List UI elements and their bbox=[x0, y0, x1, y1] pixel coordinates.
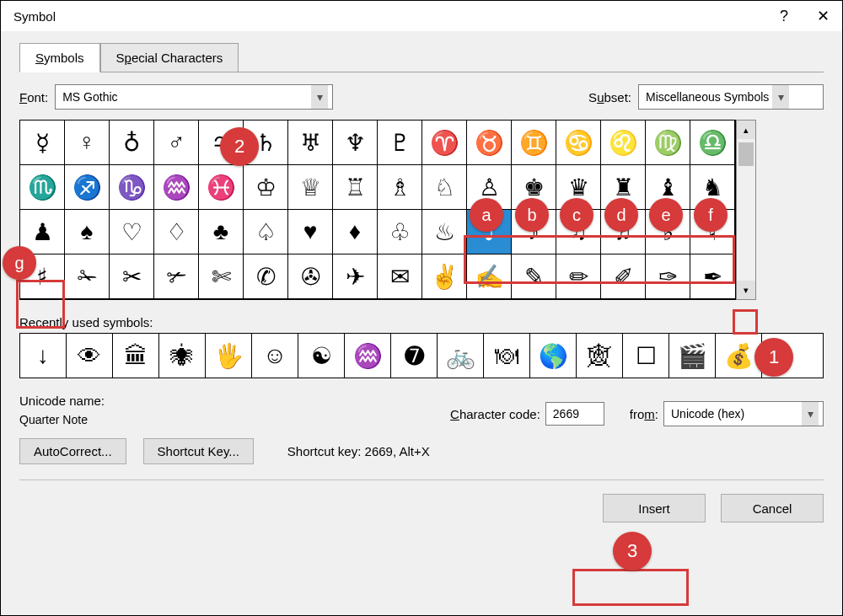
symbol-cell[interactable]: ♓ bbox=[199, 165, 244, 210]
symbol-cell[interactable]: ✉ bbox=[378, 254, 422, 299]
callout-d: d bbox=[604, 198, 638, 232]
symbol-cell[interactable]: ♡ bbox=[110, 210, 154, 254]
symbol-cell[interactable]: ♧ bbox=[378, 210, 422, 254]
symbol-cell[interactable]: ✏ bbox=[556, 254, 601, 299]
font-select[interactable]: MS Gothic ▾ bbox=[55, 84, 333, 110]
callout-2: 2 bbox=[220, 127, 259, 166]
symbol-cell[interactable]: ✍ bbox=[467, 254, 512, 299]
recent-symbol-cell[interactable]: ☐ bbox=[623, 334, 669, 378]
annotation-box-insert bbox=[572, 569, 689, 606]
tab-special-characters[interactable]: Special Characters bbox=[100, 43, 239, 72]
symbol-cell[interactable]: ♢ bbox=[154, 210, 199, 254]
recent-symbol-cell[interactable]: 🎬 bbox=[669, 334, 716, 378]
recent-symbol-cell[interactable]: 🖐 bbox=[206, 334, 252, 378]
symbol-cell[interactable]: ♉ bbox=[467, 121, 512, 165]
dialog-buttons: Insert Cancel bbox=[19, 479, 824, 522]
symbol-cell[interactable]: ✐ bbox=[601, 254, 646, 299]
scroll-down-button[interactable]: ▾ bbox=[737, 281, 755, 299]
from-select[interactable]: Unicode (hex) ▾ bbox=[663, 401, 824, 426]
callout-f: f bbox=[694, 198, 728, 232]
scroll-track[interactable] bbox=[737, 139, 755, 281]
symbol-cell[interactable]: ♠ bbox=[65, 210, 110, 254]
symbol-cell[interactable]: ♈ bbox=[422, 121, 467, 165]
symbol-cell[interactable]: ♎ bbox=[690, 121, 735, 165]
symbol-cell[interactable]: ✑ bbox=[646, 254, 690, 299]
symbol-cell[interactable]: ♖ bbox=[333, 165, 378, 210]
recent-symbol-cell[interactable]: 🕷 bbox=[159, 334, 206, 378]
close-button[interactable]: ✕ bbox=[803, 1, 842, 31]
chevron-down-icon: ▾ bbox=[802, 402, 819, 426]
symbol-cell[interactable]: ✄ bbox=[199, 254, 244, 299]
tab-symbols[interactable]: Symbols bbox=[19, 43, 100, 72]
dialog-title: Symbol bbox=[13, 9, 765, 24]
symbol-cell[interactable]: ♊ bbox=[512, 121, 556, 165]
scroll-thumb[interactable] bbox=[738, 142, 754, 166]
symbol-cell[interactable]: ✎ bbox=[512, 254, 556, 299]
symbol-cell[interactable]: ♦ bbox=[333, 210, 378, 254]
callout-b: b bbox=[515, 198, 549, 232]
symbol-cell[interactable]: ♁ bbox=[110, 121, 154, 165]
symbol-cell[interactable]: ✂ bbox=[110, 254, 154, 299]
symbol-cell[interactable]: ✌ bbox=[422, 254, 467, 299]
font-subset-row: Font: MS Gothic ▾ Subset: Miscellaneous … bbox=[19, 84, 824, 110]
symbol-cell[interactable]: ✃ bbox=[154, 254, 199, 299]
symbol-cell[interactable]: ✆ bbox=[244, 254, 288, 299]
symbol-cell[interactable]: ♏ bbox=[20, 165, 65, 210]
unicode-name-label: Unicode name: bbox=[19, 394, 105, 408]
recent-label: Recently used symbols: bbox=[19, 315, 824, 329]
recent-symbol-cell[interactable]: 🏛 bbox=[113, 334, 159, 378]
callout-g: g bbox=[3, 246, 36, 280]
callout-a: a bbox=[470, 198, 503, 232]
symbol-cell[interactable]: ♨ bbox=[422, 210, 467, 254]
symbol-cell[interactable]: ♑ bbox=[110, 165, 154, 210]
symbol-cell[interactable]: ♅ bbox=[288, 121, 333, 165]
symbol-cell[interactable]: ☿ bbox=[20, 121, 65, 165]
recent-symbol-cell[interactable]: 🕸 bbox=[577, 334, 623, 378]
symbol-cell[interactable]: ♘ bbox=[422, 165, 467, 210]
font-label: Font: bbox=[19, 90, 48, 104]
recent-symbol-cell[interactable]: 🍽 bbox=[484, 334, 530, 378]
symbol-cell[interactable]: ♒ bbox=[154, 165, 199, 210]
symbol-cell[interactable]: ♋ bbox=[556, 121, 601, 165]
symbol-cell[interactable]: ♆ bbox=[333, 121, 378, 165]
symbol-cell[interactable]: ♇ bbox=[378, 121, 422, 165]
autocorrect-button[interactable]: AutoCorrect... bbox=[19, 438, 126, 464]
symbol-cell[interactable]: ✁ bbox=[65, 254, 110, 299]
symbol-cell[interactable]: ♕ bbox=[288, 165, 333, 210]
from-select-value: Unicode (hex) bbox=[671, 407, 744, 420]
symbol-cell[interactable]: ✈ bbox=[333, 254, 378, 299]
symbol-cell[interactable]: ✇ bbox=[288, 254, 333, 299]
subset-select[interactable]: Miscellaneous Symbols ▾ bbox=[638, 84, 824, 110]
symbol-cell[interactable]: ♍ bbox=[646, 121, 690, 165]
recent-symbol-cell[interactable]: ☯ bbox=[298, 334, 345, 378]
char-code-label: Character code: bbox=[450, 407, 540, 421]
recent-symbol-cell[interactable]: ☺ bbox=[252, 334, 298, 378]
recent-symbol-cell[interactable]: 👁 bbox=[67, 334, 113, 378]
chevron-down-icon: ▾ bbox=[772, 85, 789, 109]
callout-3: 3 bbox=[613, 532, 652, 570]
titlebar: Symbol ? ✕ bbox=[1, 1, 842, 31]
recent-symbol-cell[interactable]: 🚲 bbox=[438, 334, 484, 378]
close-icon: ✕ bbox=[817, 7, 830, 25]
symbol-cell[interactable]: ♐ bbox=[65, 165, 110, 210]
help-button[interactable]: ? bbox=[765, 1, 803, 31]
symbol-cell[interactable]: ♣ bbox=[199, 210, 244, 254]
symbol-cell[interactable]: ♗ bbox=[378, 165, 422, 210]
cancel-button[interactable]: Cancel bbox=[721, 494, 824, 522]
recent-symbol-cell[interactable]: ♒ bbox=[345, 334, 391, 378]
shortcut-key-button[interactable]: Shortcut Key... bbox=[143, 438, 254, 464]
recent-symbol-cell[interactable]: ➐ bbox=[391, 334, 438, 378]
symbol-scrollbar[interactable]: ▴ ▾ bbox=[736, 120, 756, 300]
recent-symbol-cell[interactable]: 🌎 bbox=[530, 334, 577, 378]
char-code-input[interactable] bbox=[545, 402, 604, 426]
symbol-cell[interactable]: ♔ bbox=[244, 165, 288, 210]
symbol-cell[interactable]: ♀ bbox=[65, 121, 110, 165]
symbol-cell[interactable]: ♂ bbox=[154, 121, 199, 165]
symbol-cell[interactable]: ♌ bbox=[601, 121, 646, 165]
symbol-cell[interactable]: ♤ bbox=[244, 210, 288, 254]
symbol-cell[interactable]: ♥ bbox=[288, 210, 333, 254]
symbol-cell[interactable]: ✒ bbox=[690, 254, 735, 299]
recent-symbol-cell[interactable]: ↓ bbox=[20, 334, 67, 378]
scroll-up-button[interactable]: ▴ bbox=[737, 121, 755, 139]
insert-button[interactable]: Insert bbox=[603, 494, 706, 522]
